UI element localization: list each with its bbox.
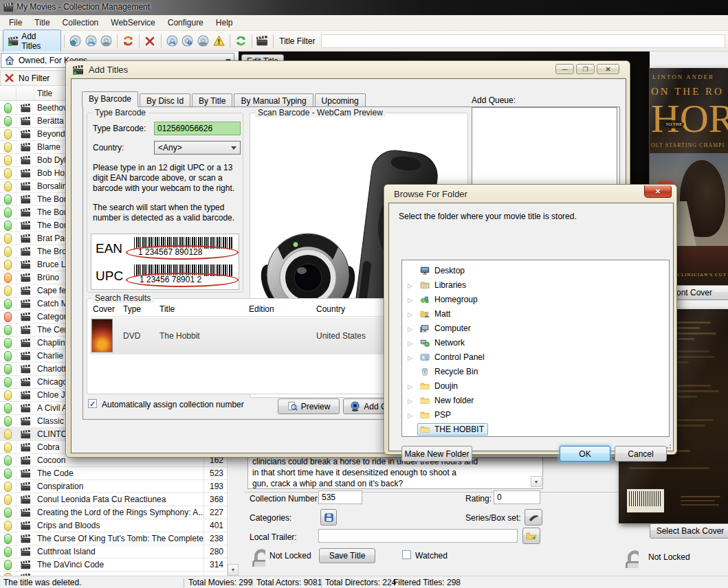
menu-item[interactable]: Help — [210, 16, 239, 30]
clapperboard-icon[interactable] — [255, 34, 271, 49]
tree-row[interactable]: Desktop — [402, 263, 669, 278]
preview-button[interactable]: Preview — [278, 398, 340, 414]
movie-list-row[interactable]: Creating the Lord of the Rings Symphony:… — [0, 506, 227, 519]
add-titles-button[interactable]: Add Titles — [3, 30, 61, 53]
scroll-down-button[interactable] — [228, 564, 239, 576]
movie-list-row[interactable]: The Code 523 — [0, 467, 227, 480]
sync-icon[interactable] — [120, 34, 136, 49]
expand-arrow-icon[interactable] — [408, 396, 417, 405]
description-scroll-down[interactable] — [531, 476, 542, 487]
column-header[interactable]: Country — [316, 304, 345, 314]
lock-open-icon[interactable] — [246, 546, 265, 567]
categories-button[interactable] — [320, 509, 337, 525]
auto-assign-checkbox[interactable] — [88, 399, 97, 408]
clear-filter-icon — [4, 73, 14, 83]
disc-user-icon[interactable] — [180, 34, 196, 49]
column-header[interactable]: Title — [159, 304, 175, 314]
series-box-set-button[interactable] — [525, 509, 542, 525]
tree-row[interactable]: Control Panel — [402, 350, 669, 364]
menu-item[interactable]: File — [3, 16, 28, 30]
window-title: My Movies - Collection Management — [16, 2, 150, 12]
folder-open-icon — [526, 530, 537, 541]
tree-row[interactable]: THE HOBBIT — [402, 422, 669, 436]
tree-row[interactable]: Recycle Bin — [402, 364, 669, 378]
status-pill-icon — [4, 312, 12, 322]
status-pill-icon — [4, 155, 12, 166]
delete-title-icon[interactable] — [142, 34, 158, 49]
tree-row[interactable]: Network — [402, 335, 669, 350]
movie-number: 368 — [203, 493, 227, 506]
select-back-cover-button[interactable]: Select Back Cover — [650, 523, 728, 539]
tab[interactable]: By Title — [192, 93, 232, 107]
barcode-input[interactable]: 012569056626 — [154, 122, 241, 135]
close-button[interactable] — [597, 64, 619, 74]
expand-arrow-icon[interactable] — [408, 309, 417, 319]
user-folder-icon — [419, 309, 430, 319]
disc-copy-icon[interactable] — [99, 34, 115, 49]
maximize-button[interactable] — [576, 64, 595, 74]
country-select[interactable]: <Any> — [154, 141, 241, 155]
status-pill-icon — [4, 247, 12, 257]
minimize-button[interactable] — [555, 64, 574, 74]
collection-number-field[interactable]: 535 — [318, 490, 362, 504]
close-button[interactable] — [644, 185, 672, 198]
status-pill-icon — [4, 364, 12, 374]
movie-list-row[interactable]: Crips and Bloods 401 — [0, 519, 227, 532]
expand-arrow-icon[interactable] — [408, 410, 417, 420]
menu-item[interactable]: Collection — [56, 16, 105, 30]
tree-row[interactable]: Doujin — [402, 378, 669, 393]
column-header[interactable]: Cover — [93, 304, 115, 314]
tree-row[interactable]: Homegroup — [402, 292, 669, 306]
movie-list-row[interactable]: Conspiration 193 — [0, 480, 227, 493]
title-filter-input[interactable] — [321, 34, 726, 48]
barcode-help-1: Please type in an 12 digit UPC or a 13 d… — [93, 163, 239, 194]
description-box[interactable]: clinicians could break a horse to ride i… — [247, 455, 543, 489]
barcode-help-2: The search will start when the typed num… — [93, 203, 239, 223]
menu-item[interactable]: Title — [28, 16, 56, 30]
tree-row[interactable]: PSP — [402, 407, 669, 422]
disc-stack-icon[interactable] — [195, 34, 211, 49]
disc-title-icon[interactable] — [83, 34, 99, 49]
movie-title: Crips and Bloods — [34, 521, 203, 530]
rating-field[interactable]: 0 — [494, 490, 540, 504]
expand-arrow-icon[interactable] — [408, 381, 417, 391]
cancel-button[interactable]: Cancel — [615, 446, 667, 462]
watched-checkbox[interactable] — [402, 550, 411, 559]
column-header[interactable]: Edition — [249, 304, 274, 314]
expand-arrow-icon[interactable] — [408, 295, 417, 304]
status-pill-icon — [4, 129, 12, 139]
clapperboard-icon — [21, 365, 31, 374]
menu-item[interactable]: Configure — [162, 16, 210, 30]
result-country: United States — [316, 331, 366, 341]
tree-row[interactable]: New folder — [402, 393, 669, 407]
tab[interactable]: By Disc Id — [140, 93, 190, 107]
tree-row[interactable]: Libraries — [402, 278, 669, 292]
import-disc-icon[interactable] — [67, 34, 83, 49]
make-new-folder-button[interactable]: Make New Folder — [401, 446, 472, 462]
tree-row[interactable]: Computer — [402, 321, 669, 335]
menu-item[interactable]: WebService — [104, 16, 161, 30]
save-title-button[interactable]: Save Title — [319, 548, 375, 563]
expand-arrow-icon[interactable] — [408, 280, 417, 290]
expand-arrow-icon[interactable] — [408, 324, 417, 333]
warning-icon[interactable] — [211, 34, 227, 49]
refresh-icon[interactable] — [233, 34, 249, 49]
tab[interactable]: By Manual Typing — [234, 93, 313, 107]
status-pill-icon — [4, 547, 12, 557]
disc-refresh-icon[interactable] — [164, 34, 180, 49]
local-trailer-field[interactable] — [318, 529, 518, 543]
movie-list-row[interactable]: The Curse Of King Tut's Tomb: The Comple… — [0, 532, 227, 545]
ok-button[interactable]: OK — [560, 446, 610, 462]
movie-list-row[interactable]: The DaVinci Code 314 — [0, 558, 227, 572]
movie-list-row[interactable]: Conul Leonida Fata Cu Reactiunea 368 — [0, 493, 227, 506]
tree-row[interactable]: Matt — [402, 306, 669, 321]
expand-arrow-icon[interactable] — [408, 352, 417, 362]
tab[interactable]: Upcoming — [315, 93, 366, 107]
status-pill-icon — [4, 260, 12, 270]
lock-open-icon[interactable] — [619, 547, 639, 568]
movie-list-row[interactable]: Cutthroat Island 280 — [0, 545, 227, 558]
browse-trailer-button[interactable] — [522, 528, 540, 544]
tab[interactable]: By Barcode — [82, 91, 138, 107]
column-header[interactable]: Type — [123, 304, 141, 314]
expand-arrow-icon[interactable] — [408, 338, 417, 348]
